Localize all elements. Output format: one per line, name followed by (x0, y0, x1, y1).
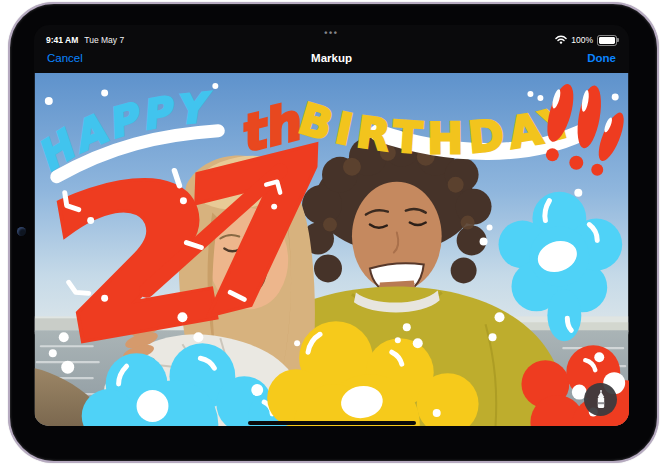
page-title: Markup (34, 52, 629, 64)
front-camera-icon (17, 227, 26, 236)
screenshot-stage: 9:41 AM Tue May 7 ••• 100% (0, 0, 666, 465)
wifi-icon (555, 35, 567, 46)
markup-nav-bar: Cancel Markup Done (34, 47, 629, 73)
markup-pen-tool-button[interactable] (584, 383, 617, 416)
screen: 9:41 AM Tue May 7 ••• 100% (34, 25, 629, 426)
markup-canvas[interactable]: HAPPY th BIRTHDAY 2 7 (34, 73, 629, 426)
status-time: 9:41 AM (46, 35, 78, 45)
battery-icon (597, 35, 617, 46)
home-indicator[interactable] (248, 421, 416, 425)
ipad-device-frame: 9:41 AM Tue May 7 ••• 100% (8, 2, 659, 463)
status-date: Tue May 7 (84, 35, 124, 45)
photo-scene: HAPPY th BIRTHDAY 2 7 (34, 73, 629, 426)
multitasking-indicator[interactable]: ••• (324, 30, 338, 36)
battery-percent: 100% (571, 35, 593, 45)
done-button[interactable]: Done (587, 52, 616, 64)
marker-pen-icon (592, 389, 610, 411)
